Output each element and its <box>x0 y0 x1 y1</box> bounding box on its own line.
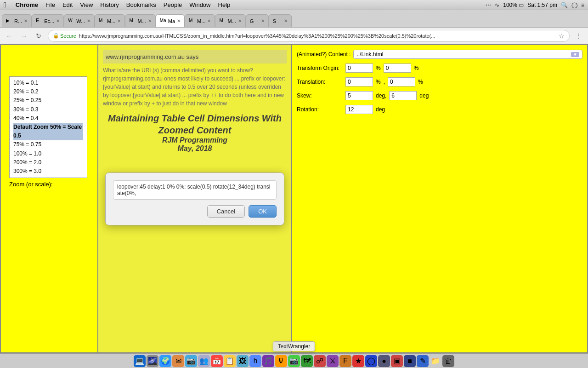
hamburger-icon[interactable]: ≡ <box>581 2 584 8</box>
dock-maps-icon[interactable]: 🗺 <box>301 355 313 367</box>
tab-favicon-3: W <box>68 18 74 24</box>
search-icon[interactable]: 🔍 <box>561 2 568 8</box>
zoom-row-7: 75% = 0.75 <box>13 140 83 149</box>
tab-close-g[interactable]: ✕ <box>261 18 265 23</box>
menu-view[interactable]: View <box>80 1 93 8</box>
zoom-row-default: Default Zoom 50% = Scale 0.5 <box>13 123 83 140</box>
skew-row: Skew: deg, deg <box>297 91 582 100</box>
tab-4[interactable]: M M... ✕ <box>95 14 125 27</box>
forward-button[interactable]: → <box>18 30 29 41</box>
dock-facetime-icon[interactable]: 📷 <box>288 355 300 367</box>
transform-origin-x-input[interactable] <box>345 63 373 73</box>
skew-y-input[interactable] <box>389 91 417 100</box>
tab-active[interactable]: Ma Ma ✕ <box>156 14 185 27</box>
menu-help[interactable]: Help <box>218 1 231 8</box>
rotation-input[interactable] <box>345 105 373 114</box>
transform-origin-unit-x: % <box>376 65 381 71</box>
tab-close-active[interactable]: ✕ <box>177 18 181 23</box>
dock-finder-icon[interactable]: 💻 <box>134 355 146 367</box>
dialog-cancel-button[interactable]: Cancel <box>207 205 245 218</box>
apple-menu[interactable]:  <box>4 1 6 9</box>
dock-launchpad-icon[interactable]: 🌌 <box>147 355 158 367</box>
dock-firefox-icon[interactable]: ★ <box>352 355 364 367</box>
dock-presentation-icon[interactable]: ■ <box>404 355 416 367</box>
tab-close-8[interactable]: ✕ <box>238 18 242 23</box>
tab-title-8: M... <box>227 18 236 24</box>
dock: 💻 🌌 🌍 ✉ 📷 👥 📅 📋 🖼 ｈ 🎵 🎙 📷 🗺 ☍ ⚔ F ★ ◯ ● … <box>0 353 588 368</box>
back-button[interactable]: ← <box>4 30 15 41</box>
tab-close-4[interactable]: ✕ <box>117 18 121 23</box>
bookmark-star-icon[interactable]: ☆ <box>559 32 565 40</box>
content-dropdown[interactable]: ../Link.html ▼ <box>353 50 582 59</box>
zoom-row-3: 25% = 0.25 <box>13 96 83 105</box>
tab-s[interactable]: S ✕ <box>269 14 292 27</box>
zoom-row-4: 30% = 0.3 <box>13 105 83 114</box>
lock-icon: 🔒 <box>53 33 59 39</box>
right-panel: (Animated?) Content : ../Link.html ▼ Tra… <box>292 45 588 353</box>
dock-vm-icon[interactable]: ▣ <box>391 355 403 367</box>
dialog-url-input[interactable]: loopover:45 delay:1 0% 0%; scale(0.5) ro… <box>113 180 277 200</box>
dock-photos-icon[interactable]: 📷 <box>185 355 197 367</box>
menu-edit[interactable]: Edit <box>62 1 73 8</box>
tab-close-2[interactable]: ✕ <box>56 18 60 23</box>
zoom-row-5: 40% = 0.4 <box>13 114 83 123</box>
dropdown-arrow-icon[interactable]: ▼ <box>571 52 579 57</box>
dock-finder-2-icon[interactable]: 📁 <box>430 355 441 367</box>
dock-parallels-icon[interactable]: ● <box>378 355 390 367</box>
menu-chrome[interactable]: Chrome <box>16 1 38 8</box>
tab-close-3[interactable]: ✕ <box>87 18 90 23</box>
menu-people[interactable]: People <box>164 1 182 8</box>
tab-favicon-8: M <box>219 18 226 24</box>
dock-mail-icon[interactable]: ✉ <box>172 355 184 367</box>
dialog-ok-button[interactable]: OK <box>249 205 277 218</box>
tab-1[interactable]: ▶ R... ✕ <box>2 14 32 27</box>
tab-8[interactable]: M M... ✕ <box>215 14 245 27</box>
dock-appstore-icon[interactable]: ｈ <box>249 355 261 367</box>
menu-file[interactable]: File <box>45 1 55 8</box>
tab-3[interactable]: W W... ✕ <box>64 14 95 27</box>
skew-x-input[interactable] <box>345 91 373 100</box>
dock-contacts-icon[interactable]: 👥 <box>198 355 210 367</box>
content-control-row: (Animated?) Content : ../Link.html ▼ <box>297 50 582 59</box>
menu-history[interactable]: History <box>100 1 119 8</box>
transform-origin-label: Transform Origin: <box>297 65 343 71</box>
bluetooth-icon: ⋅⋅⋅ <box>486 2 491 8</box>
dock-textwrangler-icon[interactable]: ✎ <box>417 355 429 367</box>
skew-unit-y: deg <box>419 92 429 99</box>
dock-notes-icon[interactable]: 📋 <box>224 355 236 367</box>
dock-trash-icon[interactable]: 🗑 <box>442 355 454 367</box>
zoom-label: Zoom (or scale): <box>9 181 94 188</box>
dock-filezilla-icon[interactable]: F <box>339 355 351 367</box>
tab-2[interactable]: E Ec... ✕ <box>32 14 64 27</box>
tab-close-5[interactable]: ✕ <box>148 18 152 23</box>
translation-x-input[interactable] <box>345 77 373 86</box>
menu-window[interactable]: Window <box>189 1 210 8</box>
transform-origin-y-input[interactable] <box>384 63 411 73</box>
dock-podcast-icon[interactable]: 🎙 <box>275 355 287 367</box>
dock-calendar-icon[interactable]: 📅 <box>211 355 223 367</box>
translation-y-input[interactable] <box>388 77 415 86</box>
zoom-row-9: 200% = 2.0 <box>13 158 83 167</box>
tabs-bar: ▶ R... ✕ E Ec... ✕ W W... ✕ M M... ✕ M M… <box>0 10 588 28</box>
dock-music-icon[interactable]: 🎵 <box>262 355 274 367</box>
tab-close-1[interactable]: ✕ <box>24 18 28 23</box>
dock-virtualbox-icon[interactable]: ☍ <box>314 355 326 367</box>
dock-preview-icon[interactable]: 🖼 <box>237 355 249 367</box>
tab-g[interactable]: G ✕ <box>246 14 269 27</box>
user-icon[interactable]: ◯ <box>571 2 577 8</box>
tab-title-2: Ec... <box>44 18 54 24</box>
reload-button[interactable]: ↻ <box>33 30 44 41</box>
dock-alfred-icon[interactable]: ⚔ <box>327 355 339 367</box>
dialog-buttons: Cancel OK <box>113 205 277 218</box>
extensions-button[interactable]: ⋮ <box>573 30 584 41</box>
address-bar: ← → ↻ 🔒 Secure https://www.rjmprogrammin… <box>0 28 588 44</box>
tab-title-active: Ma <box>168 18 175 24</box>
dock-safari-icon[interactable]: 🌍 <box>159 355 171 367</box>
tab-close-s[interactable]: ✕ <box>284 18 288 23</box>
menu-bookmarks[interactable]: Bookmarks <box>126 1 156 8</box>
tab-close-7[interactable]: ✕ <box>207 18 211 23</box>
tab-5[interactable]: M M... ✕ <box>125 14 155 27</box>
url-bar[interactable]: 🔒 Secure https://www.rjmprogramming.com.… <box>48 30 570 42</box>
dock-chrome-icon[interactable]: ◯ <box>365 355 377 367</box>
tab-7[interactable]: M M... ✕ <box>185 14 215 27</box>
